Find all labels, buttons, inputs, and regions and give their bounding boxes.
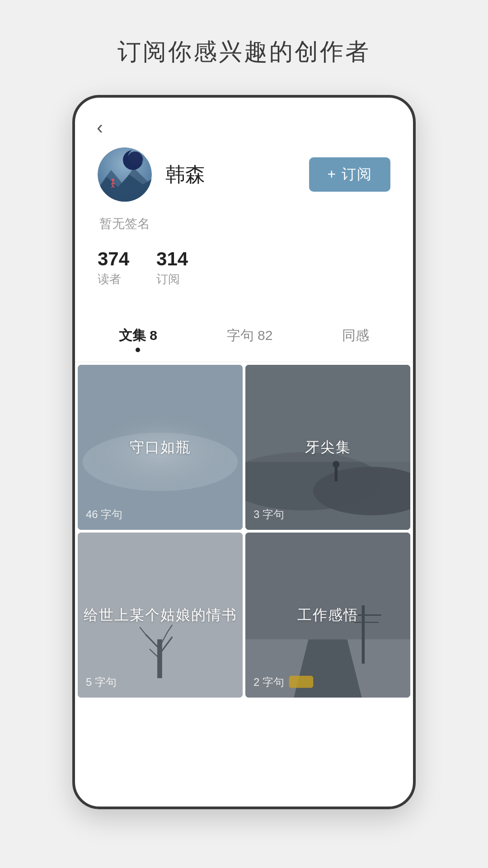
- profile-section: 韩森 + 订阅 暂无签名 374 读者 314 订阅: [75, 98, 413, 317]
- tab-active-indicator: [136, 348, 140, 352]
- readers-label: 读者: [98, 271, 121, 287]
- tabs-bar: 文集 8 字句 82 同感: [75, 317, 413, 362]
- phone-shell: ‹: [72, 95, 416, 809]
- stat-readers: 374 读者: [98, 249, 129, 287]
- collection-card-3[interactable]: 给世上某个姑娘的情书 5 字句: [78, 533, 243, 698]
- card-count-1: 46 字句: [86, 507, 122, 522]
- card-title-1: 守口如瓶: [130, 438, 191, 458]
- stats-row: 374 读者 314 订阅: [98, 249, 390, 287]
- card-title-3: 给世上某个姑娘的情书: [84, 605, 237, 625]
- profile-left: 韩森: [98, 147, 205, 202]
- svg-rect-19: [335, 467, 338, 481]
- page-title: 订阅你感兴趣的创作者: [117, 36, 371, 68]
- subscriptions-label: 订阅: [156, 271, 180, 287]
- collection-card-1[interactable]: 守口如瓶 46 字句: [78, 365, 243, 530]
- profile-header: 韩森 + 订阅: [98, 147, 390, 202]
- collection-card-4[interactable]: 工作感悟 2 字句: [245, 533, 410, 698]
- avatar: [98, 147, 152, 202]
- collection-card-2[interactable]: 牙尖集 3 字句: [245, 365, 410, 530]
- svg-point-20: [333, 461, 339, 468]
- subscribe-button[interactable]: + 订阅: [309, 157, 390, 192]
- svg-point-6: [112, 179, 114, 181]
- tab-sentences[interactable]: 字句 82: [218, 326, 282, 352]
- readers-count: 374: [98, 249, 129, 269]
- tab-resonance[interactable]: 同感: [333, 326, 378, 352]
- subscriptions-count: 314: [156, 249, 188, 269]
- username: 韩森: [165, 161, 205, 188]
- stat-subscriptions: 314 订阅: [156, 249, 188, 287]
- tab-collections[interactable]: 文集 8: [110, 326, 166, 352]
- card-count-4: 2 字句: [253, 675, 284, 689]
- back-button[interactable]: ‹: [97, 117, 103, 138]
- svg-rect-36: [289, 676, 314, 688]
- collections-grid: 守口如瓶 46 字句 牙尖集 3 字句: [75, 362, 413, 700]
- card-title-2: 牙尖集: [305, 438, 351, 458]
- card-count-2: 3 字句: [253, 507, 284, 522]
- svg-point-5: [127, 151, 143, 167]
- bio: 暂无签名: [98, 215, 390, 232]
- svg-rect-23: [157, 639, 162, 678]
- card-count-3: 5 字句: [86, 675, 117, 689]
- card-title-4: 工作感悟: [297, 605, 359, 625]
- svg-rect-33: [362, 605, 365, 664]
